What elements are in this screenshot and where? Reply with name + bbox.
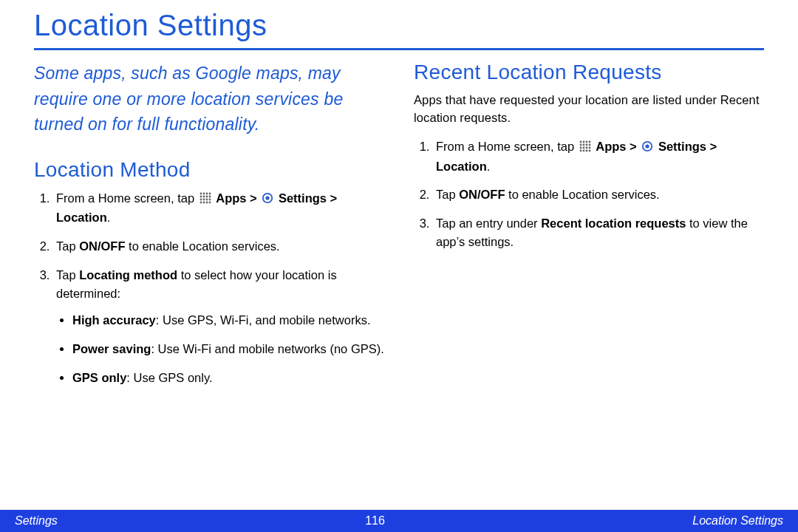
- rstep-1-gt2: >: [706, 140, 717, 153]
- svg-point-2: [205, 192, 208, 194]
- rstep-1-location: Location: [436, 160, 487, 173]
- rstep-1-dot: .: [487, 160, 491, 173]
- title-rule: [34, 48, 764, 50]
- svg-point-35: [646, 144, 649, 148]
- recent-requests-steps: From a Home screen, tap Apps >: [414, 137, 764, 251]
- svg-point-6: [205, 195, 208, 197]
- svg-point-3: [208, 192, 211, 194]
- settings-target-icon: [641, 139, 653, 157]
- rstep-2: Tap ON/OFF to enable Location services.: [433, 185, 764, 204]
- rstep-1-gt1: >: [627, 140, 641, 153]
- step-1: From a Home screen, tap Apps >: [53, 189, 384, 228]
- step-2-a: Tap: [56, 239, 79, 253]
- intro-text: Some apps, such as Google maps, may requ…: [34, 61, 384, 137]
- option-high-accuracy: High accuracy: Use GPS, Wi-Fi, and mobil…: [72, 311, 384, 330]
- step-1-apps: Apps: [216, 191, 246, 205]
- settings-target-icon: [262, 191, 273, 209]
- rstep-2-b: to enable Location services.: [505, 188, 660, 201]
- svg-point-27: [582, 146, 584, 149]
- rstep-2-a: Tap: [436, 188, 459, 201]
- option-power-saving-label: Power saving: [72, 342, 151, 355]
- svg-point-8: [200, 198, 202, 200]
- footer-left: Settings: [15, 514, 58, 528]
- svg-point-21: [588, 140, 590, 143]
- step-3-a: Tap: [56, 268, 79, 282]
- svg-point-17: [266, 196, 270, 200]
- svg-point-1: [202, 192, 205, 194]
- svg-point-7: [208, 195, 211, 197]
- svg-point-30: [579, 149, 582, 151]
- step-1-gt1: >: [247, 191, 261, 205]
- step-3: Tap Locating method to select how your l…: [53, 266, 384, 387]
- option-power-saving-rest: : Use Wi-Fi and mobile networks (no GPS)…: [151, 342, 383, 355]
- rstep-1-settings: Settings: [658, 140, 706, 153]
- rstep-2-onoff: ON/OFF: [459, 188, 505, 201]
- location-method-heading: Location Method: [34, 158, 384, 182]
- content-columns: Some apps, such as Google maps, may requ…: [34, 61, 764, 398]
- rstep-1-a: From a Home screen, tap: [436, 140, 578, 153]
- step-2-b: to enable Location services.: [126, 239, 280, 253]
- svg-point-19: [582, 140, 584, 143]
- svg-point-33: [588, 149, 590, 151]
- step-1-text-a: From a Home screen, tap: [56, 191, 198, 205]
- svg-point-18: [579, 140, 582, 143]
- svg-point-13: [202, 201, 205, 203]
- svg-point-20: [585, 140, 587, 143]
- recent-requests-lead: Apps that have requested your location a…: [414, 92, 764, 127]
- option-high-accuracy-label: High accuracy: [72, 313, 156, 327]
- svg-point-29: [588, 146, 590, 149]
- option-high-accuracy-rest: : Use GPS, Wi-Fi, and mobile networks.: [156, 313, 371, 327]
- right-column: Recent Location Requests Apps that have …: [414, 61, 764, 398]
- apps-grid-icon: [200, 191, 211, 209]
- svg-point-22: [579, 143, 582, 146]
- rstep-1-apps: Apps: [596, 140, 626, 153]
- step-2: Tap ON/OFF to enable Location services.: [53, 237, 384, 256]
- locating-method-options: High accuracy: Use GPS, Wi-Fi, and mobil…: [56, 311, 384, 386]
- step-1-dot: .: [107, 211, 111, 224]
- option-power-saving: Power saving: Use Wi-Fi and mobile netwo…: [72, 340, 384, 358]
- svg-point-25: [588, 143, 590, 146]
- svg-point-10: [205, 198, 208, 200]
- step-3-locmethod: Locating method: [79, 268, 177, 282]
- svg-point-14: [205, 201, 208, 203]
- footer-page-number: 116: [365, 514, 385, 528]
- svg-point-11: [208, 198, 211, 200]
- svg-point-28: [585, 146, 587, 149]
- rstep-1: From a Home screen, tap Apps >: [433, 137, 764, 176]
- svg-point-15: [208, 201, 211, 203]
- svg-point-0: [200, 192, 202, 194]
- step-1-location: Location: [56, 211, 107, 224]
- step-2-onoff: ON/OFF: [79, 239, 125, 253]
- svg-point-5: [202, 195, 205, 197]
- footer-right: Location Settings: [692, 514, 783, 528]
- rstep-3-recent: Recent location requests: [541, 216, 686, 230]
- location-method-steps: From a Home screen, tap Apps >: [34, 189, 384, 387]
- left-column: Some apps, such as Google maps, may requ…: [34, 61, 384, 398]
- apps-grid-icon: [579, 139, 591, 157]
- option-gps-only: GPS only: Use GPS only.: [72, 369, 384, 387]
- svg-point-4: [200, 195, 202, 197]
- page-title: Location Settings: [34, 9, 764, 48]
- svg-point-23: [582, 143, 584, 146]
- svg-point-24: [585, 143, 587, 146]
- option-gps-only-label: GPS only: [72, 371, 126, 384]
- svg-point-9: [202, 198, 205, 200]
- svg-point-12: [200, 201, 202, 203]
- option-gps-only-rest: : Use GPS only.: [126, 371, 212, 384]
- svg-point-26: [579, 146, 582, 149]
- rstep-3: Tap an entry under Recent location reque…: [433, 214, 764, 251]
- rstep-3-a: Tap an entry under: [436, 216, 541, 230]
- page-footer: Settings 116 Location Settings: [0, 510, 798, 532]
- svg-point-32: [585, 149, 587, 151]
- step-1-settings: Settings: [279, 191, 327, 205]
- svg-point-31: [582, 149, 584, 151]
- step-1-gt2: >: [327, 191, 337, 205]
- recent-requests-heading: Recent Location Requests: [414, 61, 764, 84]
